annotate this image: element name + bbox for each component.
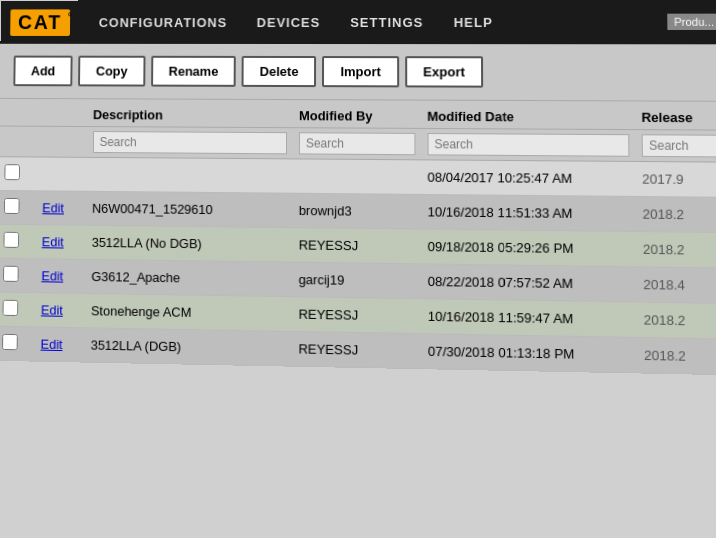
row5-modified-by: REYESSJ [292,297,421,334]
main-content: Description Modified By Modified Date Re… [0,99,716,375]
add-button[interactable]: Add [13,56,73,87]
col-header-modified-by: Modified By [293,100,421,128]
search-description-cell [87,127,293,159]
search-modified-by-input[interactable] [299,132,415,155]
row6-modified-by: REYESSJ [292,331,421,368]
search-check-cell [0,126,37,157]
row4-description: G3612_Apache [85,259,292,296]
row4-edit-link[interactable]: Edit [41,268,63,283]
row1-description [86,157,292,193]
col-header-release: Release [635,101,716,130]
row2-modified-by: brownjd3 [293,193,422,229]
row1-modified-date: 08/04/2017 10:25:47 AM [421,160,636,197]
row5-description: Stonehenge ACM [85,293,293,331]
row5-check-cell [0,292,35,327]
row6-release: 2018.2 [638,337,716,374]
row1-edit-cell [37,157,87,191]
row4-check-cell [0,258,36,293]
delete-button[interactable]: Delete [242,56,317,87]
row2-edit-link[interactable]: Edit [42,200,64,215]
import-button[interactable]: Import [322,56,399,87]
row2-check-cell [0,190,37,224]
search-moddate-cell [421,128,636,161]
toolbar: Add Copy Rename Delete Import Export [0,44,716,102]
col-header-description: Description [87,99,293,127]
row5-release: 2018.2 [637,302,716,339]
export-button[interactable]: Export [405,56,483,87]
product-label: Produ... [668,14,716,30]
row3-edit-link[interactable]: Edit [42,234,64,249]
row3-description: 3512LLA (No DGB) [86,225,293,262]
nav-configurations[interactable]: CONFIGURATIONS [99,15,228,30]
row2-modified-date: 10/16/2018 11:51:33 AM [421,194,636,231]
table-header-row: Description Modified By Modified Date Re… [0,99,716,130]
copy-button[interactable]: Copy [78,56,145,87]
row6-modified-date: 07/30/2018 01:13:18 PM [422,334,638,373]
search-modby-cell [293,128,421,160]
row3-edit-cell: Edit [36,225,86,260]
row6-edit-cell: Edit [35,327,85,362]
row1-release: 2017.9 [636,161,716,197]
nav-devices[interactable]: DEVICES [257,15,321,30]
search-description-input[interactable] [93,131,287,154]
search-release-cell [635,130,716,163]
row2-checkbox[interactable] [4,198,20,214]
row5-modified-date: 10/16/2018 11:59:47 AM [422,299,638,338]
row4-checkbox[interactable] [3,266,19,282]
row5-edit-cell: Edit [35,293,85,328]
row1-modified-by [293,159,422,195]
row6-description: 3512LLA (DGB) [85,328,293,366]
rename-button[interactable]: Rename [151,56,236,87]
col-header-modified-date: Modified Date [421,101,635,130]
row2-release: 2018.2 [636,196,716,232]
row6-check-cell [0,326,35,361]
row3-check-cell [0,224,36,258]
table-body: 08/04/2017 10:25:47 AM 2017.9 Edit N6W00… [0,157,716,375]
nav-settings[interactable]: SETTINGS [350,14,423,29]
row3-modified-date: 09/18/2018 05:29:26 PM [421,229,636,267]
nav-help[interactable]: HELP [454,14,493,29]
search-edit-cell [37,126,87,157]
row2-description: N6W00471_1529610 [86,191,293,227]
row3-modified-by: REYESSJ [293,228,422,264]
row1-checkbox[interactable] [4,164,20,180]
row4-modified-by: garcij19 [292,262,421,299]
row6-checkbox[interactable] [2,334,18,350]
row3-release: 2018.2 [636,232,716,269]
col-header-check [0,99,38,126]
row4-edit-cell: Edit [35,259,85,294]
row3-checkbox[interactable] [3,232,19,248]
search-release-input[interactable] [642,134,716,157]
search-modified-date-input[interactable] [427,133,629,157]
cat-logo: CAT [10,9,70,36]
row4-modified-date: 08/22/2018 07:57:52 AM [422,264,638,302]
row6-edit-link[interactable]: Edit [41,337,63,353]
row2-edit-cell: Edit [36,191,86,225]
row5-edit-link[interactable]: Edit [41,302,63,317]
row1-check-cell [0,157,37,191]
row4-release: 2018.4 [637,267,716,304]
data-table: Description Modified By Modified Date Re… [0,99,716,375]
row5-checkbox[interactable] [3,300,19,316]
col-header-edit [37,99,87,126]
navbar: CAT CONFIGURATIONS DEVICES SETTINGS HELP… [0,0,716,44]
